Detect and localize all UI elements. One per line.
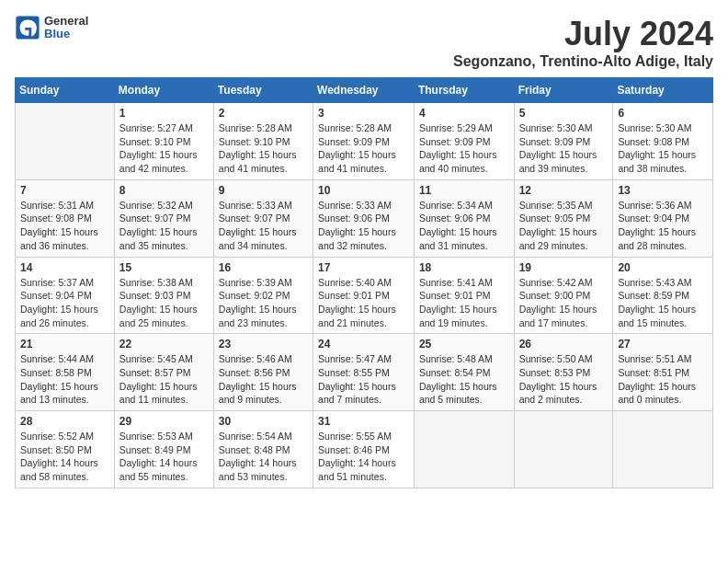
calendar-cell: [414, 411, 514, 488]
day-number: 24: [318, 338, 409, 350]
day-info: Sunrise: 5:52 AM Sunset: 8:50 PM Dayligh…: [20, 430, 109, 484]
day-number: 23: [219, 338, 308, 350]
day-info: Sunrise: 5:36 AM Sunset: 9:04 PM Dayligh…: [618, 199, 708, 253]
day-number: 21: [20, 338, 109, 350]
calendar-cell: 9Sunrise: 5:33 AM Sunset: 9:07 PM Daylig…: [213, 179, 313, 257]
calendar-title: July 2024: [453, 15, 713, 53]
week-row-2: 7Sunrise: 5:31 AM Sunset: 9:08 PM Daylig…: [16, 179, 713, 257]
day-info: Sunrise: 5:33 AM Sunset: 9:07 PM Dayligh…: [219, 199, 308, 253]
day-info: Sunrise: 5:34 AM Sunset: 9:06 PM Dayligh…: [419, 199, 509, 253]
calendar-cell: 10Sunrise: 5:33 AM Sunset: 9:06 PM Dayli…: [313, 179, 415, 257]
day-number: 2: [219, 107, 308, 120]
calendar-cell: 28Sunrise: 5:52 AM Sunset: 8:50 PM Dayli…: [16, 411, 115, 488]
week-row-3: 14Sunrise: 5:37 AM Sunset: 9:04 PM Dayli…: [16, 257, 713, 334]
day-number: 12: [519, 184, 609, 197]
calendar-cell: 8Sunrise: 5:32 AM Sunset: 9:07 PM Daylig…: [114, 179, 213, 257]
calendar-table: SundayMondayTuesdayWednesdayThursdayFrid…: [15, 77, 713, 488]
logo: General Blue: [15, 15, 88, 41]
calendar-cell: 1Sunrise: 5:27 AM Sunset: 9:10 PM Daylig…: [114, 103, 213, 180]
day-info: Sunrise: 5:51 AM Sunset: 8:51 PM Dayligh…: [618, 352, 708, 407]
week-row-5: 28Sunrise: 5:52 AM Sunset: 8:50 PM Dayli…: [16, 411, 713, 488]
day-info: Sunrise: 5:41 AM Sunset: 9:01 PM Dayligh…: [419, 276, 509, 330]
day-info: Sunrise: 5:48 AM Sunset: 8:54 PM Dayligh…: [419, 352, 509, 407]
logo-line1: General: [44, 15, 88, 28]
day-info: Sunrise: 5:30 AM Sunset: 9:09 PM Dayligh…: [519, 121, 609, 176]
calendar-cell: 3Sunrise: 5:28 AM Sunset: 9:09 PM Daylig…: [313, 103, 415, 180]
day-number: 30: [219, 415, 308, 428]
calendar-cell: 20Sunrise: 5:43 AM Sunset: 8:59 PM Dayli…: [613, 257, 713, 334]
logo-icon: [15, 15, 40, 40]
day-number: 25: [419, 338, 509, 350]
day-info: Sunrise: 5:53 AM Sunset: 8:49 PM Dayligh…: [119, 430, 209, 484]
day-number: 11: [419, 184, 509, 197]
day-info: Sunrise: 5:27 AM Sunset: 9:10 PM Dayligh…: [119, 121, 209, 176]
day-number: 6: [618, 107, 708, 120]
calendar-cell: 16Sunrise: 5:39 AM Sunset: 9:02 PM Dayli…: [213, 257, 313, 334]
header-wednesday: Wednesday: [313, 78, 415, 103]
day-number: 3: [318, 107, 409, 120]
calendar-cell: 29Sunrise: 5:53 AM Sunset: 8:49 PM Dayli…: [114, 411, 213, 488]
day-info: Sunrise: 5:40 AM Sunset: 9:01 PM Dayligh…: [318, 276, 409, 330]
day-number: 18: [419, 261, 509, 274]
logo-line2: Blue: [44, 28, 88, 40]
calendar-cell: 27Sunrise: 5:51 AM Sunset: 8:51 PM Dayli…: [613, 334, 713, 411]
calendar-cell: 26Sunrise: 5:50 AM Sunset: 8:53 PM Dayli…: [514, 334, 613, 411]
calendar-cell: 4Sunrise: 5:29 AM Sunset: 9:09 PM Daylig…: [414, 103, 514, 180]
day-number: 13: [618, 184, 708, 197]
day-number: 27: [618, 338, 708, 350]
day-number: 17: [318, 261, 409, 274]
calendar-cell: 13Sunrise: 5:36 AM Sunset: 9:04 PM Dayli…: [613, 179, 713, 257]
calendar-cell: 14Sunrise: 5:37 AM Sunset: 9:04 PM Dayli…: [16, 257, 115, 334]
day-number: 10: [318, 184, 409, 197]
calendar-cell: 24Sunrise: 5:47 AM Sunset: 8:55 PM Dayli…: [313, 334, 415, 411]
day-info: Sunrise: 5:54 AM Sunset: 8:48 PM Dayligh…: [219, 430, 308, 484]
day-number: 16: [219, 261, 308, 274]
calendar-cell: 30Sunrise: 5:54 AM Sunset: 8:48 PM Dayli…: [213, 411, 313, 488]
calendar-cell: 7Sunrise: 5:31 AM Sunset: 9:08 PM Daylig…: [16, 179, 115, 257]
header-sunday: Sunday: [16, 78, 115, 103]
day-number: 1: [119, 107, 209, 120]
calendar-cell: 12Sunrise: 5:35 AM Sunset: 9:05 PM Dayli…: [514, 179, 613, 257]
day-number: 15: [119, 261, 209, 274]
day-number: 4: [419, 107, 509, 120]
day-number: 26: [519, 338, 609, 350]
calendar-cell: 19Sunrise: 5:42 AM Sunset: 9:00 PM Dayli…: [514, 257, 613, 334]
day-info: Sunrise: 5:55 AM Sunset: 8:46 PM Dayligh…: [318, 430, 409, 484]
day-number: 5: [519, 107, 609, 120]
calendar-cell: 2Sunrise: 5:28 AM Sunset: 9:10 PM Daylig…: [213, 103, 313, 180]
day-number: 29: [119, 415, 209, 428]
day-info: Sunrise: 5:43 AM Sunset: 8:59 PM Dayligh…: [618, 276, 708, 330]
calendar-cell: 11Sunrise: 5:34 AM Sunset: 9:06 PM Dayli…: [414, 179, 514, 257]
day-info: Sunrise: 5:30 AM Sunset: 9:08 PM Dayligh…: [618, 121, 708, 176]
day-info: Sunrise: 5:33 AM Sunset: 9:06 PM Dayligh…: [318, 199, 409, 253]
calendar-cell: [16, 103, 115, 180]
day-info: Sunrise: 5:28 AM Sunset: 9:10 PM Dayligh…: [219, 121, 308, 176]
calendar-cell: 6Sunrise: 5:30 AM Sunset: 9:08 PM Daylig…: [613, 103, 713, 180]
header-saturday: Saturday: [613, 78, 713, 103]
week-row-4: 21Sunrise: 5:44 AM Sunset: 8:58 PM Dayli…: [16, 334, 713, 411]
day-number: 20: [618, 261, 708, 274]
day-number: 28: [20, 415, 109, 428]
day-number: 7: [20, 184, 109, 197]
day-info: Sunrise: 5:45 AM Sunset: 8:57 PM Dayligh…: [119, 352, 209, 407]
day-number: 31: [318, 415, 409, 428]
day-info: Sunrise: 5:44 AM Sunset: 8:58 PM Dayligh…: [20, 352, 109, 407]
day-info: Sunrise: 5:28 AM Sunset: 9:09 PM Dayligh…: [318, 121, 409, 176]
header-tuesday: Tuesday: [213, 78, 313, 103]
calendar-subtitle: Segonzano, Trentino-Alto Adige, Italy: [453, 53, 713, 70]
calendar-cell: 17Sunrise: 5:40 AM Sunset: 9:01 PM Dayli…: [313, 257, 415, 334]
day-info: Sunrise: 5:38 AM Sunset: 9:03 PM Dayligh…: [119, 276, 209, 330]
day-info: Sunrise: 5:50 AM Sunset: 8:53 PM Dayligh…: [519, 352, 609, 407]
calendar-cell: 25Sunrise: 5:48 AM Sunset: 8:54 PM Dayli…: [414, 334, 514, 411]
day-number: 19: [519, 261, 609, 274]
calendar-cell: [514, 411, 613, 488]
day-info: Sunrise: 5:47 AM Sunset: 8:55 PM Dayligh…: [318, 352, 409, 407]
title-area: July 2024 Segonzano, Trentino-Alto Adige…: [453, 15, 713, 70]
logo-text: General Blue: [44, 15, 88, 41]
day-info: Sunrise: 5:31 AM Sunset: 9:08 PM Dayligh…: [20, 199, 109, 253]
calendar-cell: 5Sunrise: 5:30 AM Sunset: 9:09 PM Daylig…: [514, 103, 613, 180]
day-info: Sunrise: 5:39 AM Sunset: 9:02 PM Dayligh…: [219, 276, 308, 330]
calendar-cell: 21Sunrise: 5:44 AM Sunset: 8:58 PM Dayli…: [16, 334, 115, 411]
calendar-header-row: SundayMondayTuesdayWednesdayThursdayFrid…: [16, 78, 713, 103]
header: General Blue July 2024 Segonzano, Trenti…: [15, 15, 713, 70]
